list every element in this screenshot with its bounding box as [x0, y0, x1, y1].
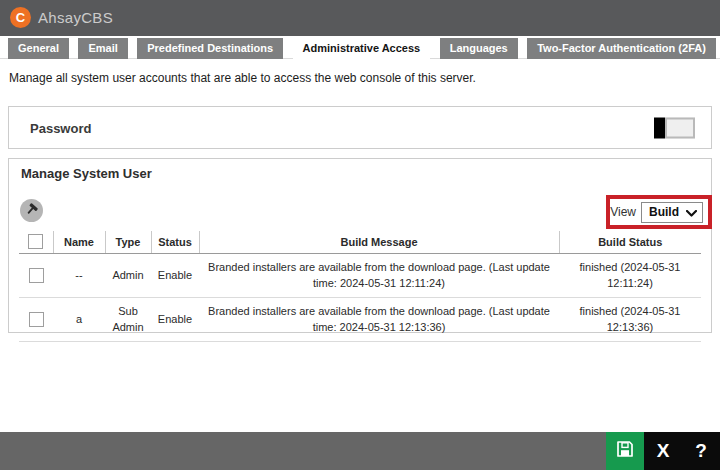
cell-build-status: finished (2024-05-31 12:13:36): [559, 297, 701, 341]
tab-predefined-destinations[interactable]: Predefined Destinations: [137, 38, 283, 59]
hammer-icon: [24, 202, 39, 220]
toggle-knob: [654, 117, 665, 138]
column-header-type: Type: [105, 231, 151, 253]
help-question-label: ?: [695, 440, 707, 462]
manage-section-title: Manage System User: [21, 166, 152, 181]
view-dropdown-value: Build: [649, 205, 679, 219]
help-button[interactable]: ?: [682, 432, 720, 470]
page: C AhsayCBS General Email Predefined Dest…: [0, 0, 720, 470]
save-button[interactable]: [606, 432, 644, 470]
footer-bar: X ?: [0, 432, 720, 470]
cell-name: a: [53, 297, 105, 341]
cell-status: Enable: [151, 253, 199, 297]
chevron-down-icon: [686, 203, 697, 221]
tab-languages[interactable]: Languages: [440, 38, 518, 59]
close-button[interactable]: X: [644, 432, 682, 470]
tab-bar: General Email Predefined Destinations Ad…: [0, 38, 720, 59]
logo-letter: C: [16, 10, 25, 25]
manage-system-user-section: Manage System User View Build: [8, 158, 712, 333]
view-highlight-box: View Build: [606, 195, 712, 229]
build-button[interactable]: [20, 199, 43, 222]
password-section: Password: [8, 106, 712, 149]
view-dropdown[interactable]: Build: [641, 202, 703, 223]
table-row[interactable]: a Sub Admin Enable Branded installers ar…: [19, 297, 701, 341]
system-user-table: Name Type Status Build Message Build Sta…: [19, 231, 701, 342]
cell-type: Admin: [105, 253, 151, 297]
column-header-name: Name: [53, 231, 105, 253]
app-header: C AhsayCBS: [0, 0, 720, 36]
toggle-track: [665, 117, 695, 138]
password-toggle[interactable]: [654, 117, 695, 138]
tab-administrative-access[interactable]: Administrative Access: [293, 38, 431, 59]
page-description: Manage all system user accounts that are…: [9, 71, 476, 85]
table-header-row: Name Type Status Build Message Build Sta…: [19, 231, 701, 253]
cell-build-message: Branded installers are available from th…: [199, 297, 559, 341]
column-header-status: Status: [151, 231, 199, 253]
cell-build-message: Branded installers are available from th…: [199, 253, 559, 297]
row-checkbox[interactable]: [29, 312, 44, 327]
close-x-label: X: [657, 440, 670, 462]
ahsay-logo-icon: C: [10, 7, 31, 28]
table-row[interactable]: -- Admin Enable Branded installers are a…: [19, 253, 701, 297]
cell-name: --: [53, 253, 105, 297]
row-checkbox[interactable]: [29, 268, 44, 283]
select-all-checkbox[interactable]: [28, 234, 43, 249]
column-header-build-status: Build Status: [559, 231, 701, 253]
cell-build-status: finished (2024-05-31 12:11:24): [559, 253, 701, 297]
save-icon: [615, 439, 635, 464]
column-header-build-message: Build Message: [199, 231, 559, 253]
app-title: AhsayCBS: [38, 0, 113, 36]
tab-email[interactable]: Email: [78, 38, 127, 59]
cell-type: Sub Admin: [105, 297, 151, 341]
password-section-title: Password: [30, 120, 91, 135]
tab-two-factor-authentication[interactable]: Two-Factor Authentication (2FA): [527, 38, 716, 59]
cell-status: Enable: [151, 297, 199, 341]
view-label: View: [610, 205, 636, 219]
tab-general[interactable]: General: [8, 38, 69, 59]
select-all-header-cell: [19, 231, 53, 253]
